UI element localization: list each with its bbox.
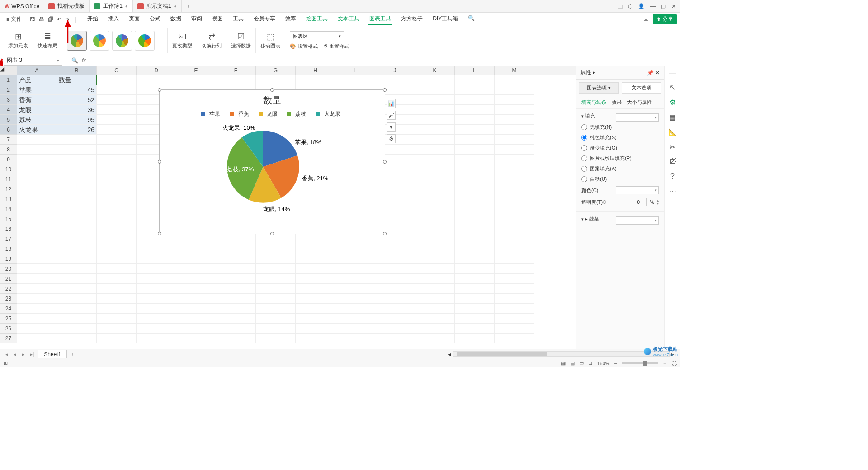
fullscreen-icon[interactable]: ⛶ bbox=[672, 361, 677, 366]
cell[interactable] bbox=[375, 304, 415, 314]
cell[interactable] bbox=[495, 244, 534, 254]
cell[interactable] bbox=[137, 284, 176, 294]
cell[interactable] bbox=[296, 274, 335, 284]
subtab-fill-line[interactable]: 填充与线条 bbox=[581, 99, 606, 106]
cell[interactable] bbox=[17, 224, 57, 234]
cell[interactable] bbox=[216, 244, 256, 254]
cell[interactable] bbox=[256, 75, 296, 85]
cell[interactable] bbox=[97, 145, 137, 155]
cell[interactable] bbox=[455, 214, 495, 224]
col-c[interactable]: C bbox=[97, 66, 137, 75]
cell[interactable] bbox=[97, 164, 137, 174]
cell[interactable] bbox=[495, 125, 534, 135]
cell[interactable] bbox=[97, 294, 137, 304]
cell[interactable] bbox=[97, 264, 137, 274]
cell[interactable] bbox=[415, 85, 455, 95]
resize-handle[interactable] bbox=[158, 232, 161, 235]
cell[interactable] bbox=[415, 324, 455, 334]
cell[interactable] bbox=[455, 164, 495, 174]
cell[interactable] bbox=[57, 204, 97, 214]
resize-handle[interactable] bbox=[383, 88, 387, 92]
cell[interactable] bbox=[495, 324, 534, 334]
settings-icon[interactable]: ⚙ bbox=[670, 98, 676, 107]
cell[interactable] bbox=[415, 334, 455, 343]
cell[interactable] bbox=[57, 284, 97, 294]
cell[interactable] bbox=[335, 75, 375, 85]
cell[interactable] bbox=[176, 324, 216, 334]
cell[interactable] bbox=[17, 274, 57, 284]
cell[interactable] bbox=[57, 184, 97, 194]
cell[interactable] bbox=[455, 75, 495, 85]
cell[interactable] bbox=[495, 164, 534, 174]
cell[interactable] bbox=[375, 244, 415, 254]
add-element[interactable]: ⊞添加元素 bbox=[4, 28, 33, 53]
cell[interactable] bbox=[375, 274, 415, 284]
tab-workbook1[interactable]: 工作簿1● bbox=[90, 0, 133, 12]
cell[interactable] bbox=[216, 234, 256, 244]
cell[interactable] bbox=[17, 284, 57, 294]
cell[interactable] bbox=[375, 264, 415, 274]
resize-handle[interactable] bbox=[383, 232, 387, 235]
cell[interactable] bbox=[256, 334, 296, 343]
cell[interactable] bbox=[57, 314, 97, 324]
cell[interactable] bbox=[97, 115, 137, 125]
cell[interactable]: 26 bbox=[57, 125, 97, 135]
cell[interactable] bbox=[455, 105, 495, 115]
share-button[interactable]: ⬆ 分享 bbox=[653, 14, 677, 24]
cell[interactable] bbox=[137, 254, 176, 264]
cell[interactable] bbox=[375, 75, 415, 85]
window-icon[interactable]: ◫ bbox=[618, 3, 623, 9]
collapse-icon[interactable]: — bbox=[669, 69, 676, 77]
menu-page[interactable]: 页面 bbox=[128, 13, 141, 25]
avatar-icon[interactable]: 👤 bbox=[638, 3, 645, 9]
cell[interactable] bbox=[495, 75, 534, 85]
cloud-icon[interactable]: ☁ bbox=[643, 16, 648, 23]
cell[interactable] bbox=[296, 234, 335, 244]
cell[interactable] bbox=[335, 324, 375, 334]
cell[interactable] bbox=[97, 274, 137, 284]
col-a[interactable]: A bbox=[17, 66, 57, 75]
cell[interactable] bbox=[97, 334, 137, 343]
file-menu[interactable]: ≡文件 bbox=[4, 14, 24, 24]
resize-handle[interactable] bbox=[270, 232, 274, 235]
radio-gradient-fill[interactable]: 渐变填充(G) bbox=[581, 143, 659, 153]
cell[interactable] bbox=[17, 135, 57, 145]
cell[interactable] bbox=[296, 334, 335, 343]
row-header[interactable]: 22 bbox=[0, 284, 17, 294]
cell[interactable] bbox=[455, 125, 495, 135]
cell[interactable] bbox=[57, 164, 97, 174]
cell[interactable] bbox=[137, 324, 176, 334]
menu-formula[interactable]: 公式 bbox=[149, 13, 161, 25]
cell[interactable] bbox=[57, 214, 97, 224]
cell[interactable] bbox=[455, 314, 495, 324]
tools-icon[interactable]: ✂ bbox=[670, 143, 675, 151]
select-data[interactable]: ☑选择数据 bbox=[226, 28, 256, 53]
cell[interactable] bbox=[216, 324, 256, 334]
cell[interactable] bbox=[455, 95, 495, 105]
cell[interactable] bbox=[256, 284, 296, 294]
redo-icon[interactable]: ↷ bbox=[65, 16, 70, 23]
cell[interactable]: 香蕉 bbox=[17, 95, 57, 105]
cell[interactable] bbox=[296, 264, 335, 274]
cell[interactable] bbox=[176, 274, 216, 284]
menu-data[interactable]: 数据 bbox=[170, 13, 182, 25]
cell[interactable]: 火龙果 bbox=[17, 125, 57, 135]
row-header[interactable]: 16 bbox=[0, 224, 17, 234]
cell[interactable] bbox=[97, 304, 137, 314]
sheet-nav-prev[interactable]: ◂ bbox=[12, 351, 18, 357]
help-icon[interactable]: ? bbox=[670, 172, 675, 180]
cell[interactable] bbox=[455, 204, 495, 214]
menu-chart-tools[interactable]: 图表工具 bbox=[368, 13, 392, 25]
name-box[interactable]: 图表 3▾ bbox=[4, 56, 62, 66]
radio-solid-fill[interactable]: 纯色填充(S) bbox=[581, 132, 659, 143]
subtab-size-props[interactable]: 大小与属性 bbox=[627, 99, 652, 106]
cell[interactable] bbox=[296, 294, 335, 304]
cell[interactable] bbox=[495, 145, 534, 155]
more-icon[interactable]: ⋯ bbox=[669, 187, 676, 195]
cell[interactable] bbox=[495, 155, 534, 164]
row-header[interactable]: 18 bbox=[0, 244, 17, 254]
cell[interactable] bbox=[415, 135, 455, 145]
close-icon[interactable]: ✕ bbox=[671, 3, 676, 9]
add-sheet-button[interactable]: ＋ bbox=[70, 350, 75, 358]
line-preview-dropdown[interactable]: ▾ bbox=[616, 216, 659, 225]
